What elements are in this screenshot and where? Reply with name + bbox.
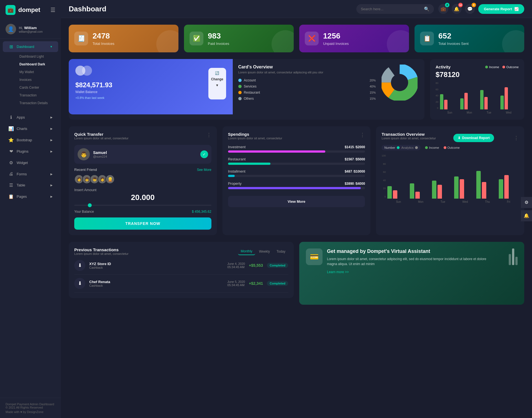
sidebar-plugins-label: Plugins	[17, 149, 29, 153]
outcome-tx-tue	[438, 185, 442, 199]
sidebar-item-bootstrap[interactable]: ⭐ Bootstrap ▶	[3, 135, 58, 145]
analytics-label: Analytics	[401, 146, 413, 149]
va-desc: Lorem ipsum dolor sit amet, consectetur …	[327, 257, 497, 266]
unpaid-invoices-num: 1256	[323, 32, 349, 40]
sidebar-item-invoices[interactable]: Invoices	[14, 76, 61, 84]
see-more-link[interactable]: See More	[197, 168, 211, 172]
wallet-balance: $824,571.93	[75, 81, 204, 89]
spending-investment: Investment $1415 /$2000	[228, 145, 365, 153]
sidebar-item-table[interactable]: ☰ Table ▶	[3, 180, 58, 191]
total-invoices-icon: 🧾	[74, 32, 88, 45]
card-legend: Account 20% Services 40%	[238, 78, 376, 101]
briefcase-button[interactable]: 💼 2	[438, 4, 448, 14]
sidebar-item-dashboard-dark[interactable]: Dashboard Dark	[14, 60, 61, 68]
installment-label: Installment	[228, 169, 245, 173]
wallet-change-button[interactable]: 🔄 Change ▼	[208, 68, 226, 99]
tx-date-2: June 5, 2020 05:34:45 AM	[227, 280, 245, 287]
stat-card-unpaid-invoices: ❌ 1256 Unpaid Invoices	[299, 25, 409, 52]
sidebar-item-my-wallet[interactable]: My Wallet	[14, 68, 61, 76]
income-legend: Income	[425, 146, 439, 149]
tab-monthly[interactable]: Monthly	[238, 248, 255, 255]
virtual-assistant-card: 💳 Get managed by Dompet's Virtual Assist…	[299, 242, 524, 305]
slider-thumb	[88, 203, 92, 207]
charts-icon: 📊	[8, 126, 14, 131]
sidebar-item-cards-center[interactable]: Cards Center	[14, 84, 61, 91]
user-greeting: Hi, William	[19, 25, 43, 30]
user-email: william@gmail.com	[19, 30, 43, 33]
search-box[interactable]: 🔍	[356, 4, 434, 14]
floating-buttons: ⚙ 🔔	[521, 197, 532, 221]
tx-x-labels: Sun Mon Tue Wed Thu Fri	[387, 200, 519, 203]
sidebar-item-dashboard-light[interactable]: Dashboard Light	[14, 53, 61, 60]
activity-legend: Income Outcome	[485, 65, 519, 69]
bootstrap-arrow-icon: ▶	[50, 139, 53, 142]
sidebar-item-apps[interactable]: ℹ Apps ▶	[3, 112, 58, 123]
sidebar-item-charts[interactable]: 📊 Charts ▶	[3, 123, 58, 134]
spending-property: Property $3890 /$4000	[228, 181, 365, 189]
recent-friend-label: Recent Friend	[74, 168, 97, 172]
sidebar-item-widget[interactable]: ⚙ Widget	[3, 157, 58, 168]
settings-float-button[interactable]: ⚙	[521, 197, 532, 208]
transfer-now-button[interactable]: TRANSFER NOW	[74, 217, 211, 230]
spendings-title: Spendings	[228, 132, 282, 137]
notification-button[interactable]: 🔔 12	[452, 4, 462, 14]
tx-bar-chart	[387, 154, 519, 199]
va-bar-2	[512, 248, 514, 265]
income-dot	[485, 66, 488, 68]
property-amounts: $3890 /$4000	[345, 182, 365, 186]
tab-weekly[interactable]: Weekly	[256, 248, 273, 255]
tx-info-1: XYZ Store ID Cashback	[89, 262, 224, 269]
main-content: Dashboard 🔍 💼 2 🔔 12 💬 8 Generate Report…	[61, 0, 532, 418]
wallet-card: $824,571.93 Wallet Balance +0.8% than la…	[69, 59, 233, 114]
wallet-label: Wallet Balance	[75, 90, 204, 94]
message-button[interactable]: 💬 8	[465, 4, 475, 14]
card-overview-panel: Card's Overview Lorem ipsum dolor sit am…	[233, 59, 424, 114]
generate-report-button[interactable]: Generate Report 📈	[478, 4, 524, 14]
outcome-tx-fri	[504, 175, 509, 199]
search-icon[interactable]: 🔍	[424, 6, 429, 12]
others-label: Others	[244, 97, 254, 101]
income-bar-tue	[480, 90, 484, 109]
spending-installment-header: Installment $487 /$10000	[228, 169, 365, 173]
tx-bar-thu	[476, 171, 496, 199]
sidebar-item-plugins[interactable]: ❤ Plugins ▶	[3, 146, 58, 157]
sidebar-item-pages[interactable]: 📋 Pages ▶	[3, 191, 58, 202]
quick-transfer-menu[interactable]: ⋮	[206, 132, 211, 138]
stat-card-total-invoices: 🧾 2478 Total Invoices	[69, 25, 178, 52]
legend-account: Account 20%	[238, 78, 376, 82]
plugins-arrow-icon: ▶	[50, 150, 53, 153]
view-more-button[interactable]: View More	[228, 196, 365, 207]
income-tx-sun	[387, 186, 392, 199]
sidebar-item-transaction-details[interactable]: Transaction Details	[14, 99, 61, 107]
tx-overview-title: Transaction Overview	[382, 132, 436, 137]
number-toggle[interactable]: Number Analytics	[382, 145, 421, 150]
amount-slider[interactable]	[74, 205, 211, 206]
charts-arrow-icon: ▶	[50, 127, 53, 130]
property-progress	[228, 187, 365, 189]
income-bar-wed	[500, 96, 504, 109]
download-report-button[interactable]: ⬇ Download Report	[453, 134, 494, 142]
sidebar-item-transaction[interactable]: Transaction	[14, 91, 61, 99]
spendings-menu[interactable]: ⋮	[360, 132, 365, 138]
outcome-bar-sun	[444, 100, 447, 109]
sidebar-item-forms[interactable]: 🖨 Forms ▶	[3, 169, 58, 179]
tx-name-1: XYZ Store ID	[89, 262, 224, 266]
legend-restaurant: Restaurant 15%	[238, 91, 376, 94]
investment-label: Investment	[228, 145, 246, 149]
briefcase-badge: 2	[445, 3, 449, 7]
outcome-dot	[502, 66, 505, 68]
tx-overview-menu[interactable]: ⋮	[514, 135, 519, 141]
tx-status-1: Completed	[267, 263, 288, 268]
tab-today[interactable]: Today	[274, 248, 288, 255]
account-label: Account	[244, 78, 256, 82]
quick-transfer-desc: Lorem ipsum dolor sit amet, consectetur	[74, 137, 129, 140]
sidebar-pages-label: Pages	[17, 194, 27, 199]
bar-group-wed	[500, 87, 519, 109]
sidebar-item-dashboard[interactable]: ⊞ Dashboard ▼	[3, 41, 58, 52]
friend-avatars: 👩 👧 👦 👩 👱	[74, 175, 211, 184]
search-input[interactable]	[361, 7, 422, 11]
theme-float-button[interactable]: 🔔	[521, 210, 532, 221]
download-report-label: Download Report	[462, 136, 490, 140]
va-learn-more[interactable]: Learn more >>	[327, 270, 349, 274]
hamburger-menu[interactable]: ☰	[50, 7, 55, 13]
